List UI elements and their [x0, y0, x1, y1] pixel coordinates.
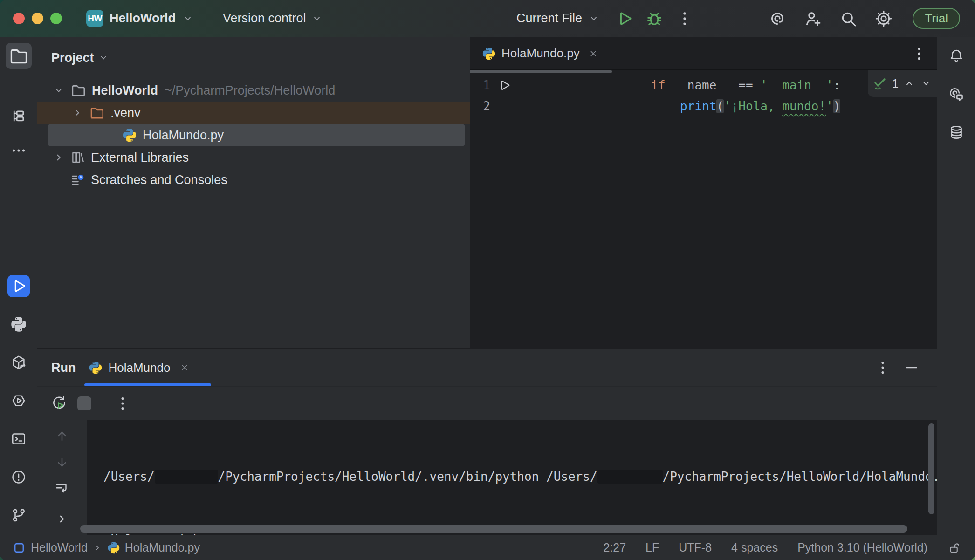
run-tab-holamundo[interactable]: HolaMundo [89, 361, 190, 375]
minimize-window-button[interactable] [32, 13, 43, 24]
console-options-button[interactable] [114, 395, 131, 412]
code-editor[interactable]: 1 1 if __name__ == '__main__': [470, 70, 937, 348]
run-configuration-selector[interactable]: Current File [516, 11, 600, 26]
tool-run-button[interactable] [7, 275, 30, 297]
search-everywhere-button[interactable] [839, 9, 858, 28]
chevron-right-icon[interactable] [53, 151, 65, 164]
tree-item-project-root[interactable]: HelloWorld ~/PycharmProjects/HelloWorld [37, 79, 470, 102]
tab-options-kebab-icon[interactable] [911, 45, 927, 62]
console-prompt-button[interactable] [55, 512, 69, 526]
tree-item-holamundo-file[interactable]: HolaMundo.py [48, 124, 465, 146]
caret-position[interactable]: 2:27 [603, 541, 626, 554]
trial-badge[interactable]: Trial [913, 8, 960, 29]
python-file-icon [107, 541, 120, 554]
database-tool-button[interactable] [945, 121, 968, 143]
bell-icon [948, 46, 965, 66]
stop-button[interactable] [77, 396, 91, 410]
close-window-button[interactable] [13, 13, 25, 24]
chevron-down-icon [182, 13, 194, 25]
python-interpreter[interactable]: Python 3.10 (HelloWorld) [797, 541, 927, 554]
console-vertical-scrollbar[interactable] [928, 423, 934, 514]
soft-wrap-button[interactable] [54, 480, 70, 496]
tool-problems-button[interactable] [7, 466, 30, 488]
structure-icon [10, 106, 27, 126]
chevron-right-icon[interactable] [71, 107, 83, 119]
file-encoding[interactable]: UTF-8 [679, 541, 712, 554]
scratches-icon [70, 172, 85, 187]
inspection-count: 1 [892, 77, 899, 90]
code-line-2[interactable]: 2 print('¡Hola, mundo!') [470, 96, 937, 116]
project-selector-label: HelloWorld [110, 11, 176, 26]
kebab-icon [676, 10, 693, 27]
run-options-kebab-icon[interactable] [874, 359, 891, 376]
tool-project-button[interactable] [6, 43, 32, 69]
gutter-line-2: 2 [470, 99, 526, 113]
console-output[interactable]: /Users//PycharmProjects/HelloWorld/.venv… [87, 420, 937, 535]
database-icon [948, 122, 965, 143]
python-console-icon [10, 314, 27, 334]
project-panel-header[interactable]: Project [37, 48, 470, 68]
next-problem-button[interactable] [920, 77, 932, 89]
folder-icon [8, 46, 29, 66]
vcs-label: Version control [223, 11, 306, 26]
tool-python-packages-button[interactable] [7, 351, 30, 374]
run-icon [10, 276, 27, 296]
run-console[interactable]: /Users//PycharmProjects/HelloWorld/.venv… [37, 420, 937, 535]
inspection-ok-check-icon [872, 76, 887, 91]
arrow-up-icon [54, 428, 70, 444]
code-token-string: ' [826, 99, 833, 113]
run-button[interactable] [614, 9, 633, 28]
fullscreen-window-button[interactable] [50, 13, 62, 24]
code-with-me-button[interactable] [803, 9, 822, 28]
editor-area: HolaMundo.py 1 [470, 37, 937, 348]
tool-structure-button[interactable] [7, 105, 30, 127]
rerun-button[interactable] [49, 394, 69, 413]
tree-item-external-libraries[interactable]: External Libraries [37, 146, 470, 169]
more-icon [10, 141, 27, 160]
services-icon [10, 390, 27, 411]
debug-button[interactable] [645, 9, 664, 28]
editor-scrollbar-thumb[interactable] [470, 70, 612, 73]
scroll-up-button[interactable] [54, 428, 70, 444]
chevron-down-icon [311, 13, 323, 25]
chevron-down-icon[interactable] [53, 84, 65, 96]
inspections-widget[interactable]: 1 [868, 70, 937, 97]
prev-problem-button[interactable] [903, 77, 915, 89]
chevron-down-icon [588, 13, 600, 25]
tool-version-control-button[interactable] [7, 504, 30, 526]
notifications-button[interactable] [945, 45, 968, 67]
console-horizontal-scrollbar[interactable] [80, 525, 907, 533]
minimize-panel-icon[interactable] [903, 359, 920, 376]
more-tool-windows-button[interactable] [7, 139, 30, 162]
chevron-right-icon [92, 543, 103, 553]
tool-python-console-button[interactable] [7, 313, 30, 335]
breadcrumb[interactable]: HelloWorld HolaMundo.py [12, 541, 200, 555]
more-run-actions-button[interactable] [676, 10, 693, 27]
breadcrumb-project[interactable]: HelloWorld [31, 541, 88, 554]
active-tab-underline [84, 383, 211, 386]
breadcrumb-file[interactable]: HolaMundo.py [125, 541, 200, 554]
line-separator[interactable]: LF [645, 541, 659, 554]
run-line-gutter-icon[interactable] [497, 78, 511, 92]
ai-assistant-button[interactable] [768, 9, 787, 28]
tree-item-venv[interactable]: .venv [37, 102, 470, 124]
scroll-down-button[interactable] [54, 454, 70, 470]
settings-button[interactable] [874, 9, 893, 28]
tree-item-scratches[interactable]: Scratches and Consoles [37, 169, 470, 191]
ai-assistant-tool-button[interactable] [945, 83, 968, 105]
indent-style[interactable]: 4 spaces [731, 541, 778, 554]
close-icon[interactable] [179, 362, 190, 373]
run-debug-group [614, 9, 693, 28]
tree-item-label: External Libraries [91, 150, 189, 165]
vcs-widget[interactable]: Version control [223, 11, 323, 26]
redacted-username [155, 470, 218, 484]
tool-services-button[interactable] [7, 389, 30, 412]
lock-open-icon[interactable] [947, 541, 961, 555]
tool-terminal-button[interactable] [7, 428, 30, 450]
python-packages-icon [10, 352, 27, 373]
project-selector[interactable]: HW HelloWorld [86, 10, 194, 27]
close-icon[interactable] [588, 48, 598, 59]
editor-tab-title: HolaMundo.py [501, 46, 580, 61]
play-icon [614, 9, 633, 28]
chevron-down-icon [98, 52, 109, 63]
